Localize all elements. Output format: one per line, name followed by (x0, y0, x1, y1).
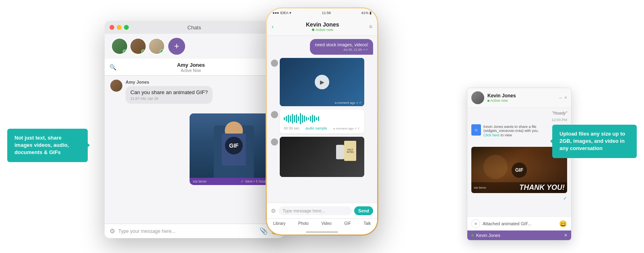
phone-video-thumb[interactable]: ▶ a moment ago ✓✓ (280, 58, 364, 106)
waveform-bar (316, 117, 317, 120)
mini-emoji-icon[interactable]: 😄 (559, 220, 567, 228)
mini-chat-panel: Kevin Jones Active now – × "Howdy" 12:03… (467, 88, 572, 241)
chat-header: 🔍 Amy Jones Active Now ⋮ × (105, 59, 284, 76)
mini-header: Kevin Jones Active now – × (467, 88, 571, 108)
waveform-bar (290, 115, 291, 122)
mini-contact-info: Kevin Jones Active now (487, 93, 556, 103)
maximize-button[interactable] (124, 25, 129, 30)
waveform-bar (312, 115, 313, 123)
phone-video-row: ▶ a moment ago ✓✓ (271, 58, 373, 106)
desktop-window: Chats + 🔍 Amy Jones Active Now (105, 21, 284, 238)
gif-badge: GIF (225, 137, 243, 154)
traffic-lights (109, 25, 129, 30)
mini-plus-button[interactable]: + (471, 219, 480, 228)
phone-audio-row: 00:39 sec audio sample a moment ago ✓✓ (271, 109, 373, 134)
mini-active-dot (487, 100, 489, 102)
phone-image-row: FIELDNOTES (271, 137, 373, 177)
mini-gif-footer: via tenor THANK YOU! (471, 182, 567, 193)
phone-settings-icon[interactable]: ⚙ (271, 208, 276, 214)
window-title: Chats (188, 25, 201, 31)
phone-contact-info: Kevin Jones Active now (276, 21, 369, 32)
input-bar: ⚙ Type your message here... 📎 😊 (105, 224, 284, 238)
mini-contact-name: Kevin Jones (487, 93, 556, 99)
settings-icon[interactable]: ⚙ (109, 227, 115, 235)
message-time: 11:07 AM, Apr 29 (130, 97, 208, 101)
waveform-bar (306, 117, 307, 121)
phone-menu-icon[interactable]: ≡ (369, 23, 372, 30)
mini-checkmark: ✓ (471, 195, 567, 201)
callout-right: Upload files any size up to 2GB, images,… (552, 125, 637, 158)
waveform-bar (314, 115, 315, 122)
mini-thank-you-text: THANK YOU! (519, 183, 565, 192)
mini-close-button[interactable]: × (564, 95, 567, 101)
toolbar-photo[interactable]: Photo (298, 221, 309, 226)
search-icon[interactable]: 🔍 (109, 64, 116, 70)
outgoing-gif: GIF via tenor ✓ Sent • 5 hours ago (110, 113, 278, 187)
waveform-bar (308, 117, 309, 120)
mini-header-actions: – × (559, 95, 567, 101)
carrier-label: ●●● IDEA ▾ (272, 11, 291, 15)
toolbar-library[interactable]: Library (273, 221, 286, 226)
phone-status-bar: ●●● IDEA ▾ 11:56 41% ▮ (267, 8, 377, 17)
mini-gif-badge: GIF (512, 162, 527, 178)
waveform-bar (294, 115, 295, 122)
incoming-message: Amy Jones Can you share an animated GIF?… (110, 80, 278, 104)
toolbar-video[interactable]: Video (321, 221, 331, 226)
phone-message-input[interactable]: Type message here... (279, 206, 352, 215)
waveform (284, 113, 360, 125)
phone-outgoing-text: need stock images, videos! (315, 42, 368, 47)
phone-contact-name: Kevin Jones (276, 21, 369, 28)
image-sender-avatar (271, 138, 278, 146)
message-input[interactable]: Type your message here... (118, 228, 256, 234)
phone-outgoing-row: need stock images, videos! Jul 25, 11:39… (271, 39, 373, 55)
callout-left-text: Not just text, share images videos, audi… (14, 135, 69, 155)
mini-timestamp-1: 12:03 PM (471, 118, 567, 122)
phone-outgoing-bubble: need stock images, videos! Jul 25, 11:39… (310, 39, 373, 55)
toolbar-talk[interactable]: Talk (363, 221, 371, 226)
phone-nav-bar: ‹ Kevin Jones Active now ≡ (267, 17, 377, 36)
message-bubble: Can you share an animated GIF? 11:07 AM,… (126, 86, 213, 104)
mini-chat-body: "Howdy" 12:03 PM G Kevin Jones wants to … (467, 108, 571, 216)
mini-contact-avatar (471, 91, 484, 104)
toolbar-gif[interactable]: GIF (344, 221, 351, 226)
home-indicator (267, 229, 377, 234)
avatar-1[interactable] (111, 38, 128, 55)
mini-footer-name: Kevin Jones (476, 233, 500, 238)
chat-area: Amy Jones Can you share an animated GIF?… (105, 76, 284, 191)
sender-name: Amy Jones (126, 80, 213, 84)
active-status: Active Now (120, 68, 262, 73)
waveform-bar (318, 116, 319, 121)
add-contact-button[interactable]: + (168, 38, 185, 55)
play-button[interactable]: ▶ (315, 75, 329, 89)
mini-file-icon: G (471, 124, 481, 136)
gif-footer: via tenor ✓ Sent • 5 hours ago (190, 178, 278, 185)
phone-send-button[interactable]: Send (354, 206, 373, 215)
time-label: 11:56 (322, 11, 331, 15)
mini-bottom-bar: + Attached animated GIF... 😄 (467, 216, 571, 230)
waveform-bar (286, 116, 287, 121)
minimize-button[interactable] (117, 25, 122, 30)
waveform-bar (302, 115, 303, 123)
video-sender-avatar (271, 60, 278, 67)
phone-image-card: FIELDNOTES (280, 137, 364, 177)
avatar-3[interactable] (148, 38, 165, 55)
close-button[interactable] (109, 25, 114, 30)
via-tenor-label: via tenor (193, 179, 207, 183)
audio-label: audio sample (305, 126, 327, 130)
avatar-2[interactable] (130, 38, 147, 55)
back-button[interactable]: ‹ (272, 23, 274, 30)
mini-footer-close[interactable]: × (564, 232, 567, 238)
mini-footer-bar: Kevin Jones × (467, 230, 571, 240)
waveform-bar (310, 116, 311, 121)
to-view-label: to view (501, 133, 512, 137)
mini-click-here-link[interactable]: Click here (483, 133, 500, 137)
mini-minimize-button[interactable]: – (559, 95, 562, 101)
phone-chat-area: need stock images, videos! Jul 25, 11:39… (267, 36, 377, 203)
callout-right-text: Upload files any size up to 2GB, images,… (559, 131, 625, 151)
titlebar: Chats (105, 21, 284, 34)
contact-name: Amy Jones (177, 62, 205, 68)
phone-toolbar: Library Photo Video GIF Talk (267, 218, 377, 229)
audio-info: 00:39 sec audio sample a moment ago ✓✓ (284, 126, 360, 130)
gif-image: GIF (190, 113, 278, 178)
main-scene: Not just text, share images videos, audi… (0, 0, 644, 253)
